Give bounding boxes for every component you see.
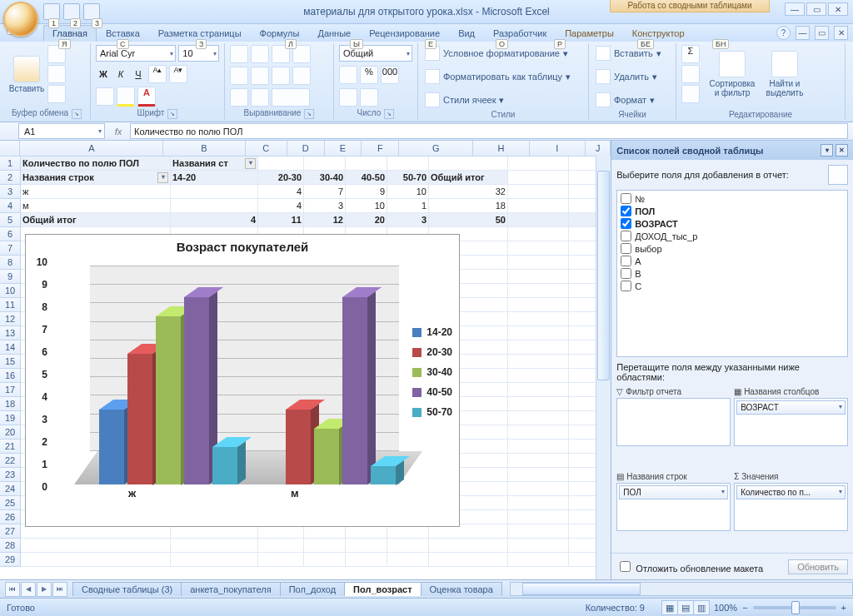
row-header[interactable]: 16 xyxy=(0,369,21,383)
percent-icon[interactable]: % xyxy=(360,66,378,84)
tab-formulas[interactable]: Формулы xyxy=(251,25,309,42)
last-sheet-button[interactable]: ⏭ xyxy=(52,582,67,597)
row-header[interactable]: 7 xyxy=(0,241,21,256)
row-header[interactable]: 9 xyxy=(0,270,21,284)
row-field-chip[interactable]: ПОЛ xyxy=(619,485,728,499)
office-button[interactable] xyxy=(3,2,38,37)
decrease-decimal-icon[interactable] xyxy=(360,88,378,107)
value-field-chip[interactable]: Количество по п... xyxy=(736,485,846,499)
minimize-ribbon-button[interactable]: — xyxy=(796,26,810,40)
field-pane-dropdown-icon[interactable]: ▾ xyxy=(821,144,833,156)
insert-cells-button[interactable]: Вставить ▾ xyxy=(594,45,671,62)
field-list[interactable]: №ПОЛВОЗРАСТДОХОД_тыс_рвыборАВС xyxy=(616,190,848,357)
row-header[interactable]: 26 xyxy=(0,510,21,524)
row-header[interactable]: 5 xyxy=(0,213,21,227)
delete-cells-button[interactable]: Удалить ▾ xyxy=(594,68,671,85)
format-as-table-button[interactable]: Форматировать как таблицу ▾ xyxy=(423,68,583,85)
field-checkbox[interactable]: ПОЛ xyxy=(619,205,846,217)
row-header[interactable]: 22 xyxy=(0,454,21,468)
field-checkbox[interactable]: ДОХОД_тыс_р xyxy=(619,230,846,242)
currency-icon[interactable] xyxy=(339,66,357,84)
normal-view-icon[interactable]: ▦ xyxy=(661,600,678,615)
row-header[interactable]: 28 xyxy=(0,539,21,553)
select-all-corner[interactable] xyxy=(0,141,20,156)
field-checkbox[interactable]: С xyxy=(619,280,846,292)
update-button[interactable]: Обновить xyxy=(788,559,848,574)
column-header[interactable]: F xyxy=(362,141,399,156)
font-color-icon[interactable]: A xyxy=(137,87,156,107)
row-header[interactable]: 2 xyxy=(0,171,21,185)
page-layout-view-icon[interactable]: ▤ xyxy=(677,600,694,615)
field-pane-layout-button[interactable] xyxy=(828,165,848,185)
column-header[interactable]: E xyxy=(325,141,362,156)
row-header[interactable]: 18 xyxy=(0,397,21,411)
page-break-view-icon[interactable]: ▥ xyxy=(693,600,710,615)
column-header[interactable]: J xyxy=(586,141,611,156)
pivot-chart[interactable]: Возраст покупателей ж м 012345678910 14-… xyxy=(25,234,460,527)
clear-icon[interactable] xyxy=(681,85,700,103)
row-header[interactable]: 23 xyxy=(0,468,21,482)
field-checkbox[interactable]: выбор xyxy=(619,242,846,255)
restore-workbook-button[interactable]: ▭ xyxy=(815,26,829,40)
qat-undo-icon[interactable] xyxy=(63,3,80,20)
column-header[interactable]: C xyxy=(246,141,287,156)
autosum-icon[interactable]: Σ xyxy=(681,45,700,63)
zoom-level[interactable]: 100% xyxy=(714,603,737,613)
row-header[interactable]: 10 xyxy=(0,284,21,298)
tab-pivot-options[interactable]: Параметры xyxy=(556,25,623,42)
qat-save-icon[interactable] xyxy=(43,3,60,20)
row-header[interactable]: 29 xyxy=(0,553,21,567)
wrap-text-icon[interactable] xyxy=(292,67,311,85)
horizontal-scrollbar[interactable] xyxy=(510,582,853,596)
align-left-icon[interactable] xyxy=(230,67,248,85)
first-sheet-button[interactable]: ⏮ xyxy=(5,582,20,597)
italic-button[interactable]: К xyxy=(113,69,128,79)
row-header[interactable]: 17 xyxy=(0,383,21,397)
dialog-launcher-icon[interactable]: ↘ xyxy=(72,109,82,119)
fill-color-icon[interactable] xyxy=(117,87,135,107)
column-header[interactable]: A xyxy=(20,141,163,156)
vertical-scrollbar[interactable] xyxy=(596,156,611,579)
help-icon[interactable]: ? xyxy=(776,26,791,40)
rows-drop-area[interactable]: ПОЛ xyxy=(616,483,731,531)
fx-icon[interactable]: fx xyxy=(112,125,125,138)
field-checkbox[interactable]: № xyxy=(619,192,846,205)
column-header[interactable]: I xyxy=(530,141,586,156)
increase-font-icon[interactable]: A▴ xyxy=(148,65,167,83)
comma-icon[interactable]: 000 xyxy=(381,66,399,84)
underline-button[interactable]: Ч xyxy=(131,69,146,79)
align-top-icon[interactable] xyxy=(230,45,248,63)
worksheet-grid[interactable]: ABCDEFGHIJ 12345678910111213141516171819… xyxy=(0,141,611,579)
defer-layout-checkbox[interactable]: Отложить обновление макета xyxy=(616,559,763,574)
increase-decimal-icon[interactable] xyxy=(339,88,357,107)
name-box[interactable]: A1 xyxy=(18,123,105,139)
field-checkbox[interactable]: ВОЗРАСТ xyxy=(619,217,846,230)
increase-indent-icon[interactable] xyxy=(251,88,269,107)
zoom-out-button[interactable]: − xyxy=(742,603,747,613)
field-pane-close-icon[interactable]: ✕ xyxy=(836,144,848,156)
find-select-button[interactable]: Найти и выделить xyxy=(760,51,810,97)
qat-redo-icon[interactable] xyxy=(83,3,100,20)
decrease-font-icon[interactable]: A▾ xyxy=(169,65,187,83)
paste-button[interactable]: Вставить xyxy=(8,56,45,93)
align-right-icon[interactable] xyxy=(272,67,290,85)
format-cells-button[interactable]: Формат ▾ xyxy=(594,92,671,108)
row-header[interactable]: 19 xyxy=(0,411,21,425)
row-header[interactable]: 8 xyxy=(0,256,21,270)
format-painter-icon[interactable] xyxy=(47,85,66,103)
sheet-tab[interactable]: Сводные таблицы (3) xyxy=(72,582,182,596)
dialog-launcher-icon[interactable]: ↘ xyxy=(304,109,314,119)
field-checkbox[interactable]: А xyxy=(619,255,846,267)
tab-pivot-design[interactable]: Конструктор xyxy=(623,25,694,42)
row-header[interactable]: 4 xyxy=(0,199,21,213)
row-header[interactable]: 14 xyxy=(0,340,21,355)
row-header[interactable]: 21 xyxy=(0,440,21,454)
fill-icon[interactable] xyxy=(681,65,700,83)
row-header[interactable]: 1 xyxy=(0,156,21,171)
row-header[interactable]: 11 xyxy=(0,298,21,312)
minimize-button[interactable]: — xyxy=(785,2,805,16)
merge-icon[interactable] xyxy=(272,88,310,107)
sheet-tab[interactable]: анкета_покупателя xyxy=(181,582,280,596)
sort-filter-button[interactable]: Сортировка и фильтр xyxy=(707,51,757,97)
row-header[interactable]: 3 xyxy=(0,185,21,199)
